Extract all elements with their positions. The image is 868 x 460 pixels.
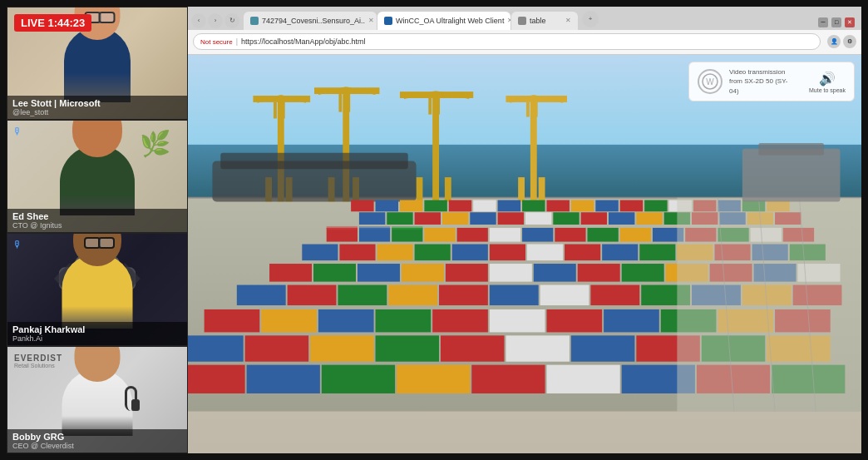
participant-label-lee: Lee Stott | Microsoft @lee_stott — [7, 96, 187, 119]
svg-rect-84 — [327, 228, 358, 242]
svg-rect-129 — [237, 285, 286, 306]
svg-rect-124 — [622, 264, 664, 282]
participant-label-ed: Ed Shee CTO @ Ignitus — [7, 209, 187, 232]
port-3d-scene: W Video transmission from SX-2D 50 (SY-0… — [188, 55, 861, 453]
tab-favicon-3 — [518, 17, 526, 25]
svg-rect-61 — [620, 200, 643, 212]
browser-tab-1[interactable]: 742794_Covesni..Sensuro_Ai.. ✕ — [244, 12, 377, 30]
extensions-icon[interactable]: ⚙ — [843, 35, 856, 48]
svg-rect-157 — [506, 335, 569, 361]
close-btn[interactable]: ✕ — [845, 17, 855, 27]
main-screen-container: LIVE 1:44:23 Lee Stott | Microsoft @lee_… — [0, 0, 868, 460]
svg-rect-158 — [571, 335, 634, 361]
svg-rect-72 — [470, 212, 496, 225]
tab-favicon-2 — [384, 17, 392, 25]
browser-chrome: ‹ › ↻ 742794_Covesni..Sensuro_Ai.. ✕ Win… — [188, 7, 861, 55]
svg-rect-109 — [565, 245, 600, 261]
participant-tile-ed-shee: 🎙 🌿 Ed Shee CTO @ Ignitus — [7, 120, 188, 233]
svg-rect-111 — [639, 245, 675, 261]
svg-rect-26 — [338, 94, 342, 112]
svg-rect-56 — [498, 200, 520, 212]
address-bar[interactable]: Not secure | https://localhost/ManApp/ob… — [193, 33, 821, 50]
notification-title: Video transmission from SX-2D 50 (SY-04) — [729, 68, 787, 95]
participant-name-ed: Ed Shee — [12, 211, 182, 221]
svg-rect-122 — [534, 264, 576, 282]
svg-rect-93 — [620, 228, 651, 242]
svg-rect-123 — [578, 264, 620, 282]
svg-rect-105 — [415, 245, 451, 261]
svg-rect-73 — [498, 212, 524, 225]
svg-rect-153 — [245, 335, 308, 361]
plant-decoration: 🌿 — [140, 129, 170, 158]
svg-rect-43 — [535, 102, 538, 117]
svg-rect-143 — [318, 309, 374, 332]
browser-refresh-btn[interactable]: ↻ — [224, 13, 239, 28]
svg-rect-133 — [439, 285, 488, 306]
svg-rect-104 — [377, 245, 413, 261]
minimize-btn[interactable]: ─ — [818, 17, 828, 27]
svg-rect-175 — [742, 149, 841, 202]
port-scene-svg — [188, 55, 861, 412]
browser-forward-btn[interactable]: › — [208, 13, 223, 28]
mute-button[interactable]: 🔊 Mute to speak — [809, 71, 846, 93]
window-controls: ─ □ ✕ — [815, 17, 858, 30]
svg-rect-103 — [339, 245, 375, 261]
cleverdist-logo: EVERDIST Retail Solutions — [14, 354, 62, 368]
svg-rect-70 — [415, 212, 441, 225]
svg-rect-167 — [546, 365, 619, 393]
svg-rect-162 — [188, 365, 245, 393]
tab-close-3[interactable]: ✕ — [565, 17, 571, 24]
svg-rect-171 — [677, 198, 861, 412]
maximize-btn[interactable]: □ — [831, 17, 841, 27]
svg-rect-155 — [376, 335, 439, 361]
svg-rect-101 — [392, 226, 422, 230]
participants-sidebar: LIVE 1:44:23 Lee Stott | Microsoft @lee_… — [7, 7, 188, 453]
svg-rect-38 — [417, 177, 423, 201]
svg-rect-58 — [546, 200, 569, 212]
svg-rect-49 — [220, 153, 408, 170]
svg-rect-131 — [338, 285, 387, 306]
participant-label-pankaj: Pankaj Kharkwal Pankh.Ai — [7, 322, 187, 345]
svg-rect-52 — [400, 200, 422, 212]
headset-ear — [131, 399, 140, 411]
tab-close-1[interactable]: ✕ — [368, 17, 374, 24]
cleverdist-tagline: Retail Solutions — [14, 363, 62, 368]
svg-rect-53 — [424, 200, 446, 212]
svg-rect-87 — [424, 228, 455, 242]
browser-back-btn[interactable]: ‹ — [191, 13, 206, 28]
tab-close-2[interactable]: ✕ — [507, 17, 510, 24]
participant-tile-bobby: EVERDIST Retail Solutions Bobby GRG CEO … — [7, 346, 188, 453]
svg-rect-166 — [471, 365, 545, 393]
svg-rect-42 — [526, 102, 530, 117]
mic-icon-ed: 🎙 — [12, 126, 22, 137]
browser-tab-3[interactable]: table ✕ — [511, 12, 578, 30]
svg-rect-145 — [432, 309, 488, 332]
svg-rect-141 — [205, 309, 260, 332]
svg-rect-62 — [644, 200, 667, 212]
svg-rect-108 — [527, 245, 563, 261]
participant-role-bobby: CEO @ Cleverdist — [12, 442, 182, 450]
svg-rect-55 — [473, 200, 496, 212]
not-secure-indicator: Not secure — [200, 38, 233, 46]
svg-rect-130 — [288, 285, 337, 306]
svg-rect-121 — [490, 264, 532, 282]
tab-favicon-1 — [250, 17, 259, 25]
svg-rect-19 — [282, 102, 285, 119]
svg-rect-89 — [490, 228, 520, 242]
svg-rect-118 — [358, 264, 400, 282]
profile-icon[interactable]: 👤 — [827, 35, 841, 48]
tab-label-3: table — [530, 17, 546, 25]
notification-logo-svg: W — [701, 72, 719, 91]
browser-action-icons: 👤 ⚙ — [827, 35, 856, 48]
svg-rect-85 — [359, 228, 390, 242]
svg-rect-164 — [322, 365, 395, 393]
svg-rect-78 — [636, 212, 662, 225]
new-tab-btn[interactable]: + — [582, 11, 599, 30]
svg-rect-46 — [518, 177, 525, 201]
browser-tab-2[interactable]: WinCC_OA Ultralight Web Client ✕ — [377, 12, 510, 30]
address-text: https://localhost/ManApp/obj/abc.html — [241, 37, 366, 46]
svg-rect-71 — [442, 212, 468, 225]
svg-rect-60 — [595, 200, 618, 212]
svg-rect-90 — [522, 228, 553, 242]
browser-tabs-bar: ‹ › ↻ 742794_Covesni..Sensuro_Ai.. ✕ Win… — [188, 7, 861, 30]
